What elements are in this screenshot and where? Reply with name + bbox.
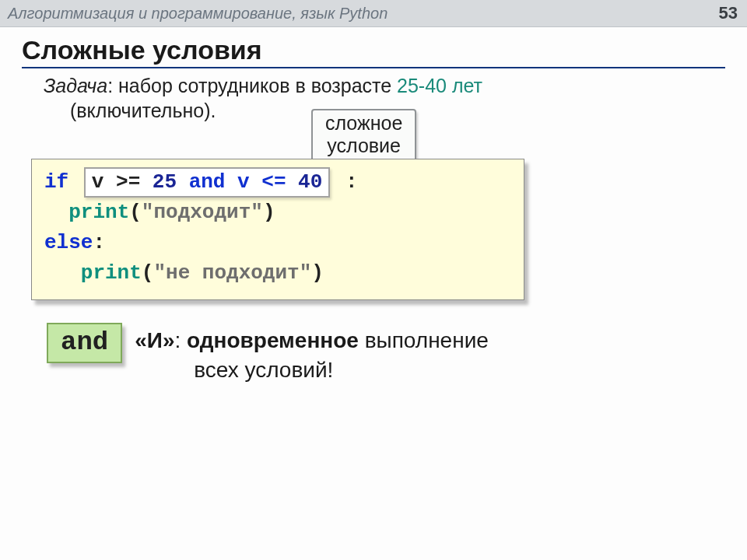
task-label: Задача <box>44 75 107 96</box>
page-title: Сложные условия <box>22 35 725 68</box>
task-line: Задача: набор сотрудников в возрасте 25-… <box>44 73 747 100</box>
breadcrumb: Алгоритмизация и программирование, язык … <box>8 5 388 23</box>
fn-print-2: print <box>81 261 142 285</box>
page-number: 53 <box>719 3 738 23</box>
cond-num2: 40 <box>298 170 322 194</box>
task-before: : набор сотрудников в возрасте <box>107 75 397 96</box>
header-bar: Алгоритмизация и программирование, язык … <box>0 0 747 27</box>
callout-line2: условие <box>327 135 401 156</box>
callout-box: сложное условие <box>311 109 416 163</box>
code-line-4: print("не подходит") <box>44 258 511 289</box>
and-box: and <box>47 323 122 363</box>
task-range: 25-40 лет <box>397 75 482 96</box>
and-row: and «И»: одновременное выполнение всех у… <box>47 323 489 385</box>
code-line-2: print("подходит") <box>44 198 511 228</box>
and-line2: всех условий! <box>194 355 489 385</box>
and-text: «И»: одновременное выполнение всех услов… <box>135 326 489 385</box>
fn-print-1: print <box>68 201 129 224</box>
callout-line1: сложное <box>325 112 402 134</box>
code-line-3: else: <box>44 228 511 258</box>
and-line1-bold: одновременное <box>187 328 359 352</box>
kw-if: if <box>44 170 68 194</box>
colon-1: : <box>345 170 358 194</box>
task-inclusive: (включительно). <box>70 100 216 122</box>
code-box: if v >= 25 and v <= 40 : print("подходит… <box>31 159 524 300</box>
and-quote: «И» <box>135 328 174 352</box>
cond-num1: 25 <box>153 170 177 194</box>
str-no: "не подходит" <box>153 261 311 285</box>
colon-2: : <box>93 231 105 254</box>
str-ok: "подходит" <box>142 201 263 224</box>
kw-else: else <box>44 231 93 254</box>
code-line-1: if v >= 25 and v <= 40 : <box>44 167 511 198</box>
and-line1-rest: выполнение <box>359 328 489 352</box>
condition-highlight: v >= 25 and v <= 40 <box>84 167 330 198</box>
cond-prefix: v >= <box>92 170 153 194</box>
cond-mid: and v <= <box>177 170 298 194</box>
